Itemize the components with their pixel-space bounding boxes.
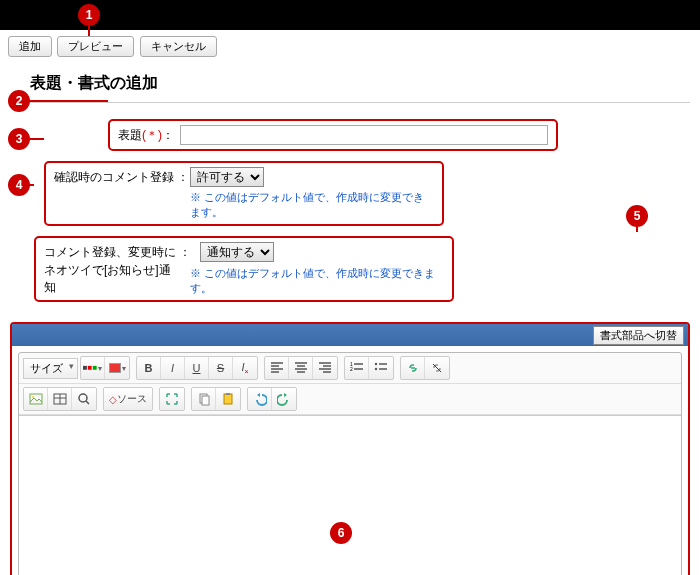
svg-point-2 bbox=[375, 363, 377, 365]
font-size-select[interactable]: サイズ bbox=[23, 358, 78, 379]
editor-content-area[interactable] bbox=[19, 415, 681, 575]
top-button-bar: 追加 プレビュー キャンセル bbox=[0, 30, 700, 63]
svg-point-7 bbox=[79, 394, 87, 402]
maximize-button[interactable] bbox=[160, 388, 184, 410]
find-button[interactable] bbox=[72, 388, 96, 410]
underline-button[interactable]: U bbox=[185, 357, 209, 379]
add-button[interactable]: 追加 bbox=[8, 36, 52, 57]
comment-confirm-label: 確認時のコメント登録 ： bbox=[54, 169, 184, 186]
callout-badge-2: 2 bbox=[8, 90, 30, 112]
svg-rect-10 bbox=[224, 394, 232, 404]
table-button[interactable] bbox=[48, 388, 72, 410]
remove-format-button[interactable]: I× bbox=[233, 357, 257, 379]
page-title: 表題・書式の追加 bbox=[10, 63, 690, 103]
callout-badge-1: 1 bbox=[78, 4, 100, 26]
copy-button[interactable] bbox=[192, 388, 216, 410]
image-button[interactable] bbox=[24, 388, 48, 410]
strike-button[interactable]: S bbox=[209, 357, 233, 379]
svg-rect-4 bbox=[30, 394, 42, 404]
comment-confirm-select[interactable]: 許可する bbox=[190, 167, 264, 187]
neotwi-notify-label: ネオツイで[お知らせ]通知 bbox=[44, 262, 176, 296]
svg-rect-9 bbox=[202, 396, 209, 405]
undo-button[interactable] bbox=[248, 388, 272, 410]
unlink-button[interactable] bbox=[425, 357, 449, 379]
source-button[interactable]: ◇ソース bbox=[104, 388, 152, 410]
callout-badge-4: 4 bbox=[8, 174, 30, 196]
callout-badge-6: 6 bbox=[330, 522, 352, 544]
redo-button[interactable] bbox=[272, 388, 296, 410]
switch-format-parts-button[interactable]: 書式部品へ切替 bbox=[593, 326, 684, 345]
paste-button[interactable] bbox=[216, 388, 240, 410]
comment-change-label: コメント登録、変更時に ： bbox=[44, 244, 194, 261]
svg-rect-11 bbox=[226, 393, 230, 395]
svg-point-3 bbox=[375, 368, 377, 370]
comment-confirm-note: ※ この値はデフォルト値で、作成時に変更できます。 bbox=[190, 190, 434, 220]
preview-button[interactable]: プレビュー bbox=[57, 36, 134, 57]
cancel-button[interactable]: キャンセル bbox=[140, 36, 217, 57]
ordered-list-button[interactable]: 12 bbox=[345, 357, 369, 379]
comment-change-note: ※ この値はデフォルト値で、作成時に変更できます。 bbox=[190, 266, 444, 296]
align-center-button[interactable] bbox=[289, 357, 313, 379]
editor-toolbar: サイズ ■■■▾ ▾ B I U S I× 12 bbox=[18, 352, 682, 575]
svg-text:2: 2 bbox=[350, 366, 353, 372]
editor-header-bar: 書式部品へ切替 bbox=[12, 324, 688, 346]
link-button[interactable] bbox=[401, 357, 425, 379]
align-left-button[interactable] bbox=[265, 357, 289, 379]
comment-change-select[interactable]: 通知する bbox=[200, 242, 274, 262]
title-input[interactable] bbox=[180, 125, 548, 145]
unordered-list-button[interactable] bbox=[369, 357, 393, 379]
text-color-button[interactable]: ■■■▾ bbox=[81, 357, 105, 379]
title-label: 表題(＊)： bbox=[118, 127, 180, 144]
bg-color-button[interactable]: ▾ bbox=[105, 357, 129, 379]
align-right-button[interactable] bbox=[313, 357, 337, 379]
callout-badge-5: 5 bbox=[626, 205, 648, 227]
bold-button[interactable]: B bbox=[137, 357, 161, 379]
italic-button[interactable]: I bbox=[161, 357, 185, 379]
callout-badge-3: 3 bbox=[8, 128, 30, 150]
